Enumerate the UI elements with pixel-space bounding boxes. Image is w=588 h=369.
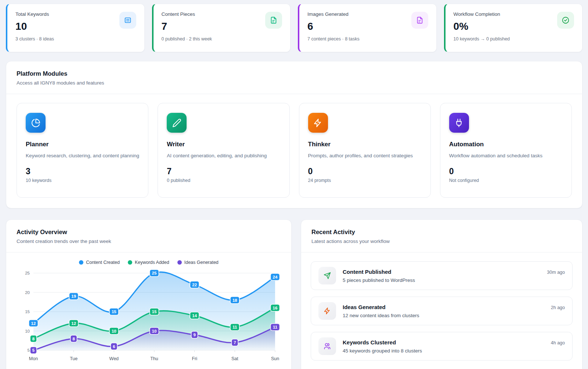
chart-legend: Content CreatedKeywords AddedIdeas Gener… [16, 260, 282, 265]
recent-item-time: 2h ago [551, 305, 565, 310]
svg-text:Tue: Tue [70, 356, 77, 361]
module-stat-label: 0 published [167, 178, 280, 183]
module-card-thinker[interactable]: Thinker Prompts, author profiles, and co… [299, 103, 431, 198]
svg-text:11: 11 [232, 325, 237, 329]
module-description: AI content generation, editing, and publ… [167, 152, 280, 160]
recent-item-description: 12 new content ideas from clusters [343, 313, 565, 318]
stat-value: 10 [15, 21, 136, 32]
panel-header: Platform Modules Access all IGNY8 module… [6, 61, 582, 94]
module-description: Workflow automation and scheduled tasks [449, 152, 563, 160]
recent-activity-list: Content Published 30m ago 5 pieces publi… [301, 252, 582, 369]
module-card-automation[interactable]: Automation Workflow automation and sched… [440, 103, 572, 198]
svg-text:20: 20 [25, 290, 30, 295]
svg-text:12: 12 [71, 321, 76, 326]
users-icon [318, 337, 336, 355]
recent-item-title: Keywords Clustered [343, 339, 396, 345]
panel-header: Activity Overview Content creation trend… [6, 220, 291, 252]
stats-row: Total Keywords 10 3 clusters · 8 ideas C… [6, 4, 582, 52]
svg-text:6: 6 [113, 344, 115, 349]
legend-label: Content Created [86, 260, 120, 265]
svg-text:19: 19 [71, 294, 76, 298]
stat-subtext: 10 keywords → 0 published [454, 36, 574, 42]
legend-label: Ideas Generated [184, 260, 219, 265]
panel-title: Activity Overview [17, 229, 281, 236]
svg-text:15: 15 [152, 309, 157, 314]
module-stat-label: Not configured [449, 178, 563, 183]
activity-line-chart[interactable]: 510152025MonTueWedThuFriSatSun1219152522… [16, 266, 282, 363]
stat-subtext: 3 clusters · 8 ideas [15, 36, 136, 42]
module-card-planner[interactable]: Planner Keyword research, clustering, an… [17, 103, 148, 198]
stat-subtext: 0 published · 2 this week [162, 36, 282, 42]
recent-item-keywords-clustered[interactable]: Keywords Clustered 4h ago 45 keywords gr… [311, 332, 573, 361]
svg-text:7: 7 [234, 340, 236, 345]
platform-modules-panel: Platform Modules Access all IGNY8 module… [6, 61, 582, 208]
module-stat-value: 0 [308, 166, 422, 176]
svg-text:10: 10 [152, 329, 157, 333]
stat-title: Images Generated [307, 11, 428, 17]
svg-text:18: 18 [232, 298, 237, 302]
svg-text:14: 14 [192, 314, 197, 318]
recent-item-title: Content Published [343, 269, 392, 275]
svg-text:8: 8 [32, 337, 35, 341]
svg-text:5: 5 [28, 348, 30, 352]
notes-icon [119, 12, 136, 29]
stat-card-total-keywords: Total Keywords 10 3 clusters · 8 ideas [6, 4, 145, 52]
module-stat-value: 7 [167, 166, 280, 176]
stat-value: 0% [454, 21, 574, 32]
recent-item-description: 45 keywords grouped into 8 clusters [343, 348, 565, 354]
panel-header: Recent Activity Latest actions across yo… [301, 220, 582, 252]
legend-item[interactable]: Ideas Generated [177, 260, 219, 265]
recent-item-content-published[interactable]: Content Published 30m ago 5 pieces publi… [311, 261, 573, 290]
svg-text:8: 8 [72, 337, 75, 341]
recent-item-ideas-generated[interactable]: Ideas Generated 2h ago 12 new content id… [311, 297, 573, 325]
svg-text:15: 15 [112, 309, 116, 314]
svg-text:12: 12 [31, 321, 36, 326]
module-title: Thinker [308, 141, 422, 148]
pencil-icon [167, 113, 187, 133]
panel-title: Recent Activity [311, 229, 572, 236]
recent-item-title: Ideas Generated [343, 304, 386, 310]
panel-title: Platform Modules [17, 70, 572, 77]
svg-text:Fri: Fri [192, 356, 197, 361]
pie-chart-icon [26, 113, 46, 133]
recent-item-time: 30m ago [547, 270, 565, 275]
stat-subtext: 7 content pieces · 8 tasks [307, 36, 428, 42]
svg-text:9: 9 [193, 333, 195, 337]
svg-text:11: 11 [273, 325, 278, 329]
panel-subtitle: Latest actions across your workflow [311, 239, 572, 244]
recent-item-body: Keywords Clustered 4h ago 45 keywords gr… [343, 339, 565, 354]
module-stat-value: 3 [26, 166, 139, 176]
module-title: Writer [167, 141, 280, 148]
svg-text:Sat: Sat [231, 356, 238, 361]
svg-text:15: 15 [25, 309, 30, 314]
legend-item[interactable]: Content Created [79, 260, 120, 265]
module-card-writer[interactable]: Writer AI content generation, editing, a… [158, 103, 289, 198]
legend-label: Keywords Added [135, 260, 169, 265]
stat-card-images-generated: Images Generated 6 7 content pieces · 8 … [298, 4, 437, 52]
svg-text:16: 16 [273, 306, 278, 310]
legend-item[interactable]: Keywords Added [128, 260, 169, 265]
stat-title: Content Pieces [162, 11, 282, 17]
zap-icon [318, 302, 336, 320]
stat-title: Workflow Completion [454, 11, 574, 17]
send-icon [318, 267, 336, 284]
svg-text:22: 22 [192, 283, 197, 287]
modules-grid: Planner Keyword research, clustering, an… [6, 94, 582, 208]
file-text-icon [265, 12, 282, 29]
svg-text:25: 25 [152, 271, 157, 275]
recent-item-body: Ideas Generated 2h ago 12 new content id… [343, 304, 565, 318]
recent-item-body: Content Published 30m ago 5 pieces publi… [343, 269, 565, 283]
legend-dot-icon [128, 260, 132, 265]
svg-text:Thu: Thu [150, 356, 158, 361]
svg-text:Wed: Wed [109, 356, 119, 361]
svg-text:24: 24 [273, 275, 278, 279]
zap-icon [308, 113, 328, 133]
legend-dot-icon [177, 260, 182, 265]
svg-text:5: 5 [32, 348, 35, 352]
check-circle-icon [557, 12, 574, 29]
recent-activity-panel: Recent Activity Latest actions across yo… [301, 219, 582, 369]
svg-text:25: 25 [25, 271, 30, 275]
bottom-row: Activity Overview Content creation trend… [6, 219, 582, 369]
module-description: Keyword research, clustering, and conten… [26, 152, 139, 160]
activity-overview-panel: Activity Overview Content creation trend… [6, 219, 292, 369]
